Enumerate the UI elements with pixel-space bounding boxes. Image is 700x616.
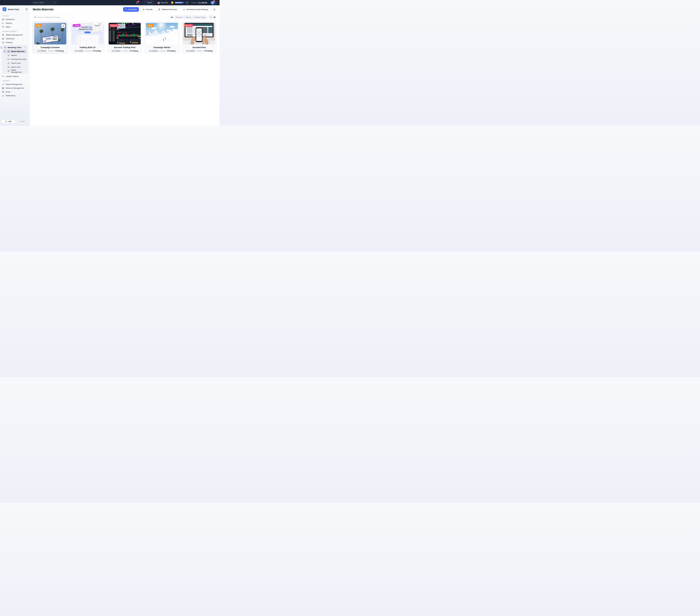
card-meta: ID. 293848 Product. FxTrading — [71, 50, 104, 52]
sidebar-item-label: Dashboard — [5, 18, 15, 21]
filter-settings-button[interactable] — [212, 7, 216, 12]
tab-all[interactable]: All — [169, 15, 174, 19]
language-label: Eng (US) — [161, 2, 168, 4]
page-title: Media Materials — [33, 8, 121, 11]
company-name: Acme Corp — [8, 8, 25, 11]
sidebar-item-direct-links[interactable]: Direct Links — [4, 65, 27, 69]
collapse-sidebar-icon[interactable] — [25, 8, 28, 11]
add-media-label: Add Media — [128, 9, 137, 11]
product-value: FxTrading — [55, 50, 64, 52]
sidebar-item-media-materials[interactable]: Media Materials — [4, 50, 27, 53]
image-check-icon — [158, 9, 160, 11]
sidebar-item-email[interactable]: Email — [0, 90, 30, 94]
creative-search-input[interactable] — [37, 16, 71, 18]
grid-icon — [213, 16, 215, 18]
validate-dimension-button[interactable]: Validate Dimension — [156, 7, 179, 12]
sidebar-item-dashboard[interactable]: Dashboard — [0, 17, 30, 21]
product-value: FxTrading — [92, 50, 101, 52]
divider — [140, 1, 141, 4]
lp-panel-grid: Management Reports Multi-Tier Marketing … — [93, 27, 102, 33]
affiliate-search-input[interactable] — [33, 2, 55, 4]
section-label-operations: Operations — [0, 78, 30, 82]
favorite-button[interactable]: Favorite — [140, 7, 154, 12]
user-menu[interactable]: OR 12 — [210, 1, 217, 5]
sidebar-item-label: Advertisers — [5, 38, 15, 40]
stacked-rows-icon — [2, 38, 4, 40]
sidebar-item-revenue-management[interactable]: Revenue Management — [0, 86, 30, 90]
tab-landing-pages[interactable]: Landing Pages — [192, 15, 207, 19]
media-cards-grid: 99¢ only STORES Video Campaign Summer ID… — [30, 21, 220, 53]
list-view-button[interactable] — [209, 15, 213, 19]
media-card-trading-2025-lp[interactable]: Solutions Industries Pricing Company Blo… — [70, 22, 105, 53]
search-icon — [55, 2, 56, 4]
sidebar-item-marketing-tools[interactable]: Marketing Tools — [2, 46, 28, 49]
lp-dashboard-mock — [76, 35, 99, 44]
media-card-campaign-summer[interactable]: 99¢ only STORES Video Campaign Summer ID… — [33, 22, 68, 53]
download-backup-button[interactable]: Download Creative Backup — [181, 7, 210, 12]
language-selector[interactable]: Eng (US) — [157, 1, 168, 4]
lp-dash-sidebar — [76, 35, 79, 44]
sidebar-item-reports[interactable]: Reports — [0, 21, 30, 25]
magic-wand-icon — [144, 2, 146, 4]
lp-nav-item: Company — [88, 24, 91, 24]
media-card-socmed-post[interactable]: Banners Socmed Post ID. 293849 Product. … — [182, 22, 216, 53]
search-icon — [34, 16, 36, 18]
favorite-star-button[interactable] — [61, 24, 65, 28]
theme-light-label: Light — [8, 120, 12, 123]
help-icon[interactable]: ? — [186, 1, 188, 4]
media-card-socmed-trading-post[interactable]: Banners Socmed Trading Post ID. 293849 P… — [107, 22, 142, 53]
sidebar-item-promotional-codes[interactable]: 123 Promotional Codes — [4, 57, 27, 61]
card-meta: ID. 293849 Product. FxTrading — [109, 50, 141, 52]
theme-dark-button[interactable]: Dark — [15, 120, 28, 123]
sidebar-item-affiliate-management[interactable]: Affiliate Management — [0, 33, 30, 37]
ask-ai-button[interactable]: Ask AI — [142, 1, 154, 4]
cube-icon — [2, 18, 4, 21]
lp-get-started: Get Started — [98, 23, 102, 25]
sun-icon — [5, 120, 7, 123]
sliders-icon — [213, 9, 215, 11]
avatar-badge: 12 — [213, 0, 215, 2]
tab-videos[interactable]: Videos — [184, 15, 192, 19]
sidebar-item-mailers[interactable]: Mailers — [4, 53, 27, 57]
sidebar-item-loyalty-program[interactable]: Loyalty Program — [0, 74, 30, 78]
product-value: FxTrading — [130, 50, 138, 52]
messages-button[interactable]: 3 — [136, 1, 138, 4]
page-header: Media Materials Add Media Favorite Valid… — [30, 5, 220, 14]
sidebar-item-advertisers[interactable]: Advertisers — [0, 37, 30, 41]
topbar-right: 3 Ask AI Eng (US) ? Balance $ 1,245.00 O… — [136, 0, 217, 5]
sidebar-item-notifications[interactable]: Notifications — [0, 94, 30, 98]
sidebar-item-label: Revenue Management — [5, 87, 24, 89]
tab-banners[interactable]: Banners — [174, 15, 184, 19]
sidebar-item-smart-links[interactable]: Smart Links — [4, 61, 27, 65]
briefcase-icon — [4, 46, 6, 49]
active-indicator — [1, 46, 1, 49]
123-icon: 123 — [7, 58, 10, 61]
grid-view-button[interactable] — [213, 15, 216, 19]
creative-search[interactable] — [33, 15, 73, 19]
lp-nav-item: Blog — [92, 24, 93, 24]
card-id: ID. 293849 — [148, 50, 159, 52]
sidebar-item-media-management[interactable]: Media Management — [4, 69, 27, 73]
sidebar-item-payout-management[interactable]: Payout Management — [0, 82, 30, 86]
section-label-overview: Overview — [0, 13, 30, 17]
company-logo: AC — [2, 7, 7, 11]
sidebar-item-offers[interactable]: Offers — [0, 25, 30, 29]
card-id: ID. 293849 — [111, 50, 121, 52]
download-backup-label: Download Creative Backup — [186, 9, 208, 11]
card-image-socmed-post: Banners — [183, 23, 215, 44]
level-medal-icon — [171, 1, 173, 4]
balance-label: Balance — [191, 2, 198, 4]
affiliate-search[interactable] — [32, 1, 58, 4]
add-media-button[interactable]: Add Media — [123, 7, 139, 12]
download-icon — [183, 9, 185, 11]
theme-light-button[interactable]: Light — [1, 120, 15, 123]
card-image-campaign-summer: 99¢ only STORES Video — [34, 23, 66, 44]
card-badge: Video — [35, 24, 42, 27]
circle-plus-icon — [2, 41, 4, 44]
media-card-campaign-winter[interactable]: Video Campaign Winter ID. 293849 Product… — [144, 22, 179, 53]
sidebar-item-products[interactable]: Products — [0, 41, 30, 44]
envelope-icon — [2, 91, 4, 93]
sidebar-item-label: Email — [5, 91, 10, 93]
lp-cta-button: Book a Demo — [85, 31, 90, 33]
theme-dark-label: Dark — [21, 120, 25, 123]
